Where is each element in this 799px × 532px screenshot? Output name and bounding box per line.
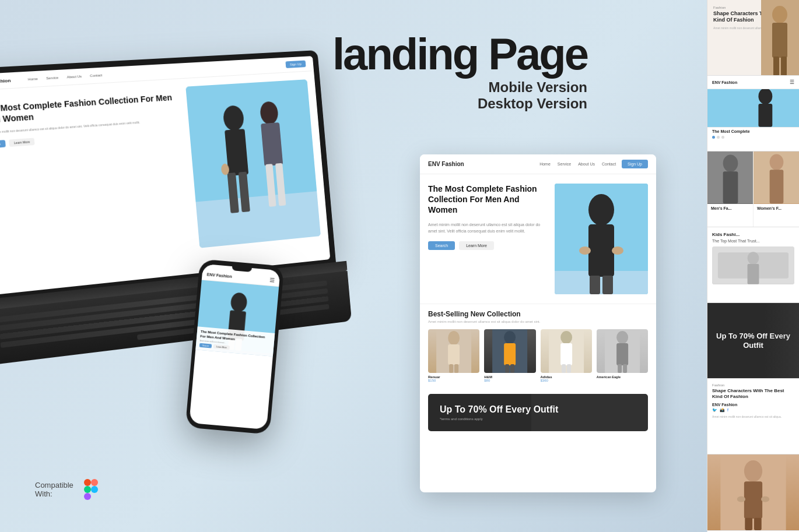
svg-point-40 <box>560 331 572 344</box>
product-eagle-img <box>597 329 648 373</box>
rp-twitter-icon: 🐦 <box>712 408 717 413</box>
desktop-nav-links: Home Service About Us Contact <box>539 162 616 166</box>
main-title: landing Page <box>332 32 587 76</box>
svg-rect-46 <box>616 343 628 365</box>
desktop-products-grid: Renuar $150 H&M $80 <box>428 329 648 382</box>
laptop-learn-btn[interactable]: Learn More <box>9 138 35 147</box>
svg-rect-62 <box>770 170 784 203</box>
svg-point-65 <box>748 252 759 265</box>
womens-svg <box>754 152 799 204</box>
svg-rect-56 <box>758 104 772 127</box>
svg-rect-41 <box>560 343 572 365</box>
rp-womens-img <box>754 152 799 204</box>
rp-womens-label: Women's F... <box>754 204 799 213</box>
product-adidas-img <box>541 329 592 373</box>
svg-rect-37 <box>505 364 509 373</box>
svg-rect-71 <box>754 518 762 530</box>
rp-kids-label: Kids Fashi... <box>707 227 799 239</box>
desktop-promo-banner: Up To 70% Off Every Outfit *terms and co… <box>428 394 648 431</box>
desktop-nav-about: About Us <box>578 162 595 166</box>
rp-screen-1: Fashion Shape Characters The Best Kind O… <box>707 0 799 76</box>
rp-model-svg <box>707 455 799 530</box>
svg-rect-53 <box>781 57 787 76</box>
fashion-figure-svg <box>185 79 321 248</box>
svg-point-58 <box>723 155 738 172</box>
svg-rect-33 <box>454 364 458 373</box>
desktop-hero-desc: Amet minim mollit non deserunt ullamco e… <box>428 221 546 234</box>
svg-point-35 <box>504 331 516 344</box>
phone-mockup: ENV Fashion ☰ The Most Complete Fashion … <box>185 259 285 435</box>
desktop-collection-title: Best-Selling New Collection <box>428 310 648 318</box>
desktop-nav-service: Service <box>558 162 571 166</box>
rp-s2-brand: ENV Fashion <box>712 80 737 84</box>
svg-point-28 <box>612 246 623 255</box>
product-hm-img <box>484 329 535 373</box>
product-renuar-price: $150 <box>428 379 479 382</box>
rp-screen-4: Kids Fashi... The Top Most That Trust... <box>707 227 799 303</box>
rp-s2-menu[interactable]: ☰ <box>790 79 794 85</box>
svg-rect-48 <box>623 364 627 373</box>
rp-screen-6: Fashion Shape Characters With The Best K… <box>707 379 799 455</box>
rp-s2-overlay: The Most Complete <box>707 127 799 140</box>
rp-s2-fashion-svg <box>707 89 799 127</box>
desktop-website-nav: ENV Fashion Home Service About Us Contac… <box>420 154 656 174</box>
laptop-signup-btn[interactable]: Sign Up <box>285 61 306 68</box>
desktop-signup-btn[interactable]: Sign Up <box>622 160 648 168</box>
desktop-nav-home: Home <box>539 162 551 166</box>
svg-rect-70 <box>745 518 752 530</box>
figma-icon <box>80 479 101 500</box>
laptop-hero-image <box>185 79 321 248</box>
product-renuar-img <box>428 329 479 373</box>
rp-dots <box>712 136 794 139</box>
rp-instagram-icon: 📸 <box>720 408 725 413</box>
svg-point-50 <box>772 6 787 23</box>
desktop-hero-svg <box>555 184 648 294</box>
svg-rect-3 <box>84 486 91 493</box>
laptop-nav-about: About Us <box>66 75 82 79</box>
product-eagle: American Eagle <box>597 329 648 382</box>
compatible-block: Compatible With: <box>35 479 101 500</box>
svg-rect-54 <box>707 89 799 127</box>
phone-search-btn[interactable]: Search <box>199 343 212 348</box>
rp-most-complete: The Most Complete <box>712 129 794 133</box>
eagle-figure <box>597 329 648 373</box>
subtitle-desktop: Desktop Version <box>332 96 587 112</box>
svg-rect-0 <box>84 479 91 486</box>
rp-trust-text: The Top Most That Trust... <box>707 239 799 243</box>
svg-rect-26 <box>602 276 613 294</box>
rp-s6-title: Shape Characters With The Best Kind Of F… <box>707 388 799 399</box>
subtitle-mobile: Mobile Version <box>332 79 587 96</box>
laptop-nav-home: Home <box>28 77 38 81</box>
rp-mens-fashion: Men's Fa... <box>707 152 753 227</box>
rp-screen-3: Men's Fa... Women's F... <box>707 152 799 227</box>
laptop-hero-text: The Most Complete Fashion Collection For… <box>0 87 184 149</box>
phone-screen-inner: ENV Fashion ☰ The Most Complete Fashion … <box>189 264 280 430</box>
compatible-text: Compatible With: <box>35 481 73 498</box>
rp-facebook-icon: f <box>727 408 728 413</box>
laptop-screen: ENV Fashion Home Service About Us Contac… <box>0 56 330 295</box>
desktop-nav-contact: Contact <box>602 162 616 166</box>
rp-womens-fashion: Women's F... <box>753 152 799 227</box>
product-hm: H&M $80 <box>484 329 535 382</box>
rp-mens-label: Men's Fa... <box>707 204 753 213</box>
laptop-nav-contact: Contact <box>90 73 103 77</box>
phone-menu-icon[interactable]: ☰ <box>269 277 275 284</box>
svg-rect-66 <box>748 264 759 284</box>
adidas-figure <box>541 329 592 373</box>
title-section: landing Page Mobile Version Desktop Vers… <box>332 32 587 112</box>
rp-s1-img <box>761 0 799 76</box>
svg-rect-1 <box>91 479 98 486</box>
phone-frame: ENV Fashion ☰ The Most Complete Fashion … <box>185 259 285 435</box>
svg-point-30 <box>448 331 460 345</box>
rp-fashion-svg-1 <box>761 0 799 76</box>
desktop-learn-btn[interactable]: Learn More <box>459 241 494 250</box>
rp-s2-hero-img <box>707 89 799 127</box>
svg-rect-42 <box>562 364 566 373</box>
desktop-hero: The Most Complete Fashion Collection For… <box>420 174 656 304</box>
svg-rect-59 <box>723 171 738 203</box>
desktop-search-btn[interactable]: Search <box>428 241 455 250</box>
svg-rect-38 <box>510 364 514 373</box>
laptop-search-btn[interactable]: Search <box>0 140 6 149</box>
phone-learn-btn[interactable]: Learn More <box>213 344 230 350</box>
phone-brand-label: ENV Fashion <box>206 272 232 279</box>
